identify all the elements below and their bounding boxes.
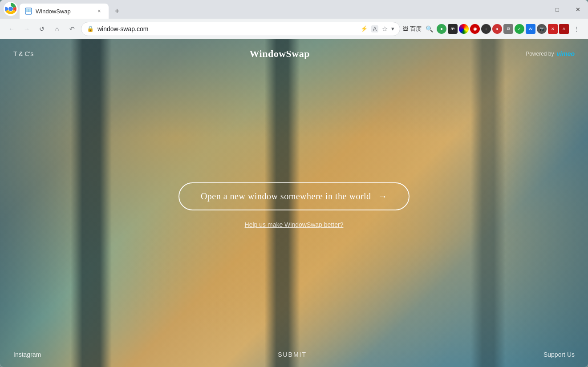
ext-red-rect-icon: A (563, 27, 565, 31)
chrome-logo (4, 2, 18, 16)
search-button[interactable]: 🔍 (423, 23, 435, 35)
forward-button[interactable]: → (20, 23, 33, 35)
browser-window: WindowSwap × + — □ ✕ ← → ↺ ⌂ ↶ � (0, 0, 588, 367)
menu-icon: ⋮ (573, 25, 580, 32)
reload-button[interactable]: ↺ (36, 23, 48, 35)
new-tab-button[interactable]: + (110, 4, 124, 18)
tab-bar: WindowSwap × + (0, 0, 588, 19)
ext-red[interactable]: ◉ (470, 24, 480, 34)
translate-icon: A (371, 25, 378, 32)
back-button[interactable]: ← (5, 23, 18, 35)
close-button[interactable]: ✕ (568, 0, 588, 19)
ext-red-rect[interactable]: A (559, 24, 569, 34)
baidu-icon: 🖼 (403, 26, 408, 32)
page-content: T & C's WindowSwap Powered by vimeo Open… (0, 39, 588, 367)
svg-rect-5 (28, 9, 29, 12)
maximize-button[interactable]: □ (547, 0, 568, 19)
tab-close-button[interactable]: × (95, 7, 103, 15)
ext-red3-icon: ✕ (551, 27, 555, 31)
active-tab[interactable]: WindowSwap × (20, 4, 109, 19)
bookmark-icon[interactable]: ☆ (382, 25, 388, 33)
ext-red-icon: ◉ (473, 26, 477, 31)
ext-green-icon: ● (440, 26, 443, 31)
ext-puzzle-icon: ⧉ (507, 26, 510, 32)
ext-dark-circle[interactable]: ↓ (481, 24, 491, 34)
help-link[interactable]: Help us make WindowSwap better? (245, 221, 344, 228)
ext-green2-icon: ✓ (518, 27, 521, 31)
baidu-label: 百度 (410, 25, 422, 33)
arrow-right-icon: → (378, 191, 388, 202)
site-overlay: T & C's WindowSwap Powered by vimeo Open… (0, 39, 588, 367)
window-controls: — □ ✕ (527, 0, 588, 19)
history-back-button[interactable]: ↶ (66, 23, 78, 35)
tc-link[interactable]: T & C's (13, 50, 33, 57)
support-link[interactable]: Support Us (543, 351, 575, 358)
menu-button[interactable]: ⋮ (570, 23, 583, 35)
back-icon: ← (8, 25, 15, 32)
ext-cam-icon: 📷 (539, 27, 544, 31)
home-icon: ⌂ (55, 25, 59, 32)
ext-puzzle[interactable]: ⧉ (503, 24, 513, 34)
site-footer: Instagram SUBMIT Support Us (0, 342, 588, 367)
site-header: T & C's WindowSwap Powered by vimeo (0, 39, 588, 69)
home-button[interactable]: ⌂ (51, 23, 63, 35)
history-icon: ↶ (69, 25, 75, 32)
ext-ae[interactable]: æ (448, 24, 458, 34)
toolbar-extensions: 🖼 百度 🔍 ● æ ◉ ↓ ● ⧉ (403, 23, 583, 35)
search-icon: 🔍 (426, 25, 433, 32)
open-window-label: Open a new window somewhere in the world (201, 191, 371, 202)
browser-toolbar: ← → ↺ ⌂ ↶ 🔒 window-swap.com ⚡ A ☆ ▾ 🖼 (0, 19, 588, 39)
ext-dl-icon: ↓ (485, 27, 487, 31)
ext-blue-icon: W (529, 27, 533, 31)
ext-red3[interactable]: ✕ (548, 24, 558, 34)
svg-rect-6 (26, 11, 31, 12)
powered-by: Powered by vimeo (526, 50, 575, 57)
site-title: WindowSwap (249, 48, 309, 60)
dropdown-icon[interactable]: ▾ (391, 25, 394, 32)
site-main: Open a new window somewhere in the world… (0, 69, 588, 342)
ext-colorful[interactable] (459, 24, 469, 34)
ext-green[interactable]: ● (437, 24, 446, 34)
tab-title: WindowSwap (36, 8, 92, 15)
svg-point-2 (8, 7, 13, 11)
minimize-button[interactable]: — (527, 0, 547, 19)
ext-green2[interactable]: ✓ (515, 24, 524, 34)
instagram-link[interactable]: Instagram (13, 351, 41, 358)
open-window-button[interactable]: Open a new window somewhere in the world… (178, 182, 410, 210)
url-text: window-swap.com (97, 25, 357, 32)
reload-icon: ↺ (39, 25, 45, 32)
ext-blue-sq[interactable]: W (526, 24, 535, 34)
submit-link[interactable]: SUBMIT (278, 351, 307, 358)
bolt-icon: ⚡ (361, 25, 368, 32)
lock-icon: 🔒 (87, 25, 94, 32)
baidu-button[interactable]: 🖼 百度 (403, 25, 422, 33)
powered-by-label: Powered by (526, 51, 554, 57)
address-bar[interactable]: 🔒 window-swap.com ⚡ A ☆ ▾ (81, 22, 400, 36)
vimeo-logo: vimeo (557, 50, 575, 57)
tab-favicon (25, 8, 32, 15)
ext-red2-icon: ● (496, 27, 498, 31)
ext-cam[interactable]: 📷 (537, 24, 547, 34)
ext-red2[interactable]: ● (492, 24, 502, 34)
forward-icon: → (24, 25, 30, 32)
